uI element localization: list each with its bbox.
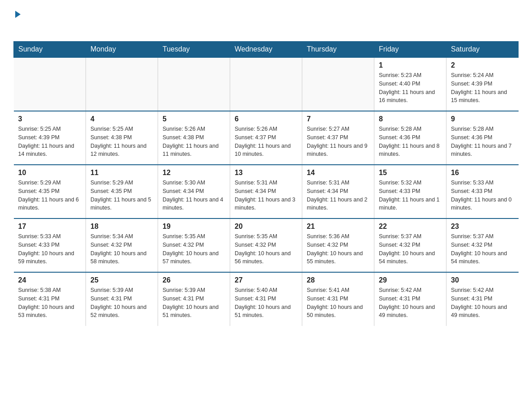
calendar-cell: 26Sunrise: 5:39 AM Sunset: 4:31 PM Dayli…: [158, 272, 230, 326]
calendar-cell: 1Sunrise: 5:23 AM Sunset: 4:40 PM Daylig…: [374, 57, 446, 111]
day-number: 29: [379, 276, 442, 284]
day-number: 2: [451, 61, 514, 69]
day-info: Sunrise: 5:29 AM Sunset: 4:35 PM Dayligh…: [18, 179, 82, 212]
calendar-cell: 4Sunrise: 5:25 AM Sunset: 4:38 PM Daylig…: [86, 111, 158, 165]
calendar-cell: 20Sunrise: 5:35 AM Sunset: 4:32 PM Dayli…: [230, 218, 302, 272]
calendar-week-row: 3Sunrise: 5:25 AM Sunset: 4:39 PM Daylig…: [14, 111, 519, 165]
day-info: Sunrise: 5:39 AM Sunset: 4:31 PM Dayligh…: [163, 286, 225, 320]
day-number: 20: [235, 223, 297, 231]
calendar-cell: 21Sunrise: 5:36 AM Sunset: 4:32 PM Dayli…: [302, 218, 374, 272]
calendar-header-saturday: Saturday: [446, 42, 519, 58]
calendar-header-sunday: Sunday: [14, 42, 86, 58]
day-info: Sunrise: 5:25 AM Sunset: 4:38 PM Dayligh…: [90, 125, 153, 158]
day-number: 9: [451, 115, 514, 123]
calendar-cell: 17Sunrise: 5:33 AM Sunset: 4:33 PM Dayli…: [14, 218, 86, 272]
logo-arrow-icon: [15, 11, 21, 18]
day-info: Sunrise: 5:26 AM Sunset: 4:38 PM Dayligh…: [163, 125, 225, 158]
day-number: 13: [235, 169, 297, 177]
calendar-cell: 12Sunrise: 5:30 AM Sunset: 4:34 PM Dayli…: [158, 165, 230, 218]
calendar-cell: [86, 57, 158, 111]
day-info: Sunrise: 5:24 AM Sunset: 4:39 PM Dayligh…: [451, 71, 514, 105]
day-number: 7: [307, 115, 369, 123]
calendar-week-row: 1Sunrise: 5:23 AM Sunset: 4:40 PM Daylig…: [14, 57, 519, 111]
calendar-week-row: 17Sunrise: 5:33 AM Sunset: 4:33 PM Dayli…: [14, 218, 519, 272]
calendar-cell: 24Sunrise: 5:38 AM Sunset: 4:31 PM Dayli…: [14, 272, 86, 326]
day-info: Sunrise: 5:32 AM Sunset: 4:33 PM Dayligh…: [379, 179, 442, 212]
day-info: Sunrise: 5:29 AM Sunset: 4:35 PM Dayligh…: [90, 179, 153, 212]
day-number: 30: [451, 276, 514, 284]
day-number: 28: [307, 276, 369, 284]
day-info: Sunrise: 5:25 AM Sunset: 4:39 PM Dayligh…: [18, 125, 82, 158]
calendar-cell: 29Sunrise: 5:42 AM Sunset: 4:31 PM Dayli…: [374, 272, 446, 326]
calendar-header-row: SundayMondayTuesdayWednesdayThursdayFrid…: [14, 42, 519, 58]
calendar-header-wednesday: Wednesday: [230, 42, 302, 58]
day-info: Sunrise: 5:23 AM Sunset: 4:40 PM Dayligh…: [379, 71, 442, 105]
day-number: 4: [90, 115, 153, 123]
day-number: 16: [451, 169, 514, 177]
day-info: Sunrise: 5:37 AM Sunset: 4:32 PM Dayligh…: [379, 232, 442, 266]
page-header: [13, 9, 519, 32]
day-number: 11: [90, 169, 153, 177]
day-info: Sunrise: 5:28 AM Sunset: 4:36 PM Dayligh…: [451, 125, 514, 158]
calendar-cell: 6Sunrise: 5:26 AM Sunset: 4:37 PM Daylig…: [230, 111, 302, 165]
day-info: Sunrise: 5:33 AM Sunset: 4:33 PM Dayligh…: [18, 232, 82, 266]
calendar-cell: 9Sunrise: 5:28 AM Sunset: 4:36 PM Daylig…: [446, 111, 519, 165]
day-number: 15: [379, 169, 442, 177]
day-info: Sunrise: 5:38 AM Sunset: 4:31 PM Dayligh…: [18, 286, 82, 320]
day-info: Sunrise: 5:35 AM Sunset: 4:32 PM Dayligh…: [235, 232, 297, 266]
calendar-cell: [302, 57, 374, 111]
calendar-cell: 22Sunrise: 5:37 AM Sunset: 4:32 PM Dayli…: [374, 218, 446, 272]
day-info: Sunrise: 5:31 AM Sunset: 4:34 PM Dayligh…: [235, 179, 297, 212]
day-info: Sunrise: 5:42 AM Sunset: 4:31 PM Dayligh…: [379, 286, 442, 320]
day-info: Sunrise: 5:40 AM Sunset: 4:31 PM Dayligh…: [235, 286, 297, 320]
calendar-header-tuesday: Tuesday: [158, 42, 230, 58]
calendar-cell: 13Sunrise: 5:31 AM Sunset: 4:34 PM Dayli…: [230, 165, 302, 218]
calendar-cell: 3Sunrise: 5:25 AM Sunset: 4:39 PM Daylig…: [14, 111, 86, 165]
calendar-cell: 10Sunrise: 5:29 AM Sunset: 4:35 PM Dayli…: [14, 165, 86, 218]
day-info: Sunrise: 5:27 AM Sunset: 4:37 PM Dayligh…: [307, 125, 369, 158]
day-info: Sunrise: 5:28 AM Sunset: 4:36 PM Dayligh…: [379, 125, 442, 158]
day-info: Sunrise: 5:42 AM Sunset: 4:31 PM Dayligh…: [451, 286, 514, 320]
calendar-cell: 27Sunrise: 5:40 AM Sunset: 4:31 PM Dayli…: [230, 272, 302, 326]
calendar-cell: 14Sunrise: 5:31 AM Sunset: 4:34 PM Dayli…: [302, 165, 374, 218]
day-number: 8: [379, 115, 442, 123]
calendar-week-row: 10Sunrise: 5:29 AM Sunset: 4:35 PM Dayli…: [14, 165, 519, 218]
day-info: Sunrise: 5:34 AM Sunset: 4:32 PM Dayligh…: [90, 232, 153, 266]
calendar-header-thursday: Thursday: [302, 42, 374, 58]
calendar-week-row: 24Sunrise: 5:38 AM Sunset: 4:31 PM Dayli…: [14, 272, 519, 326]
day-number: 25: [90, 276, 153, 284]
calendar-cell: 7Sunrise: 5:27 AM Sunset: 4:37 PM Daylig…: [302, 111, 374, 165]
day-number: 27: [235, 276, 297, 284]
day-info: Sunrise: 5:39 AM Sunset: 4:31 PM Dayligh…: [90, 286, 153, 320]
day-info: Sunrise: 5:41 AM Sunset: 4:31 PM Dayligh…: [307, 286, 369, 320]
calendar-cell: 2Sunrise: 5:24 AM Sunset: 4:39 PM Daylig…: [446, 57, 519, 111]
calendar-cell: 30Sunrise: 5:42 AM Sunset: 4:31 PM Dayli…: [446, 272, 519, 326]
day-number: 6: [235, 115, 297, 123]
day-number: 19: [163, 223, 225, 231]
calendar-cell: 19Sunrise: 5:35 AM Sunset: 4:32 PM Dayli…: [158, 218, 230, 272]
day-info: Sunrise: 5:30 AM Sunset: 4:34 PM Dayligh…: [163, 179, 225, 212]
logo: [13, 9, 21, 32]
day-info: Sunrise: 5:31 AM Sunset: 4:34 PM Dayligh…: [307, 179, 369, 212]
calendar-cell: 16Sunrise: 5:33 AM Sunset: 4:33 PM Dayli…: [446, 165, 519, 218]
day-info: Sunrise: 5:26 AM Sunset: 4:37 PM Dayligh…: [235, 125, 297, 158]
day-info: Sunrise: 5:33 AM Sunset: 4:33 PM Dayligh…: [451, 179, 514, 212]
day-number: 22: [379, 223, 442, 231]
day-number: 24: [18, 276, 82, 284]
calendar-cell: 28Sunrise: 5:41 AM Sunset: 4:31 PM Dayli…: [302, 272, 374, 326]
day-number: 23: [451, 223, 514, 231]
day-number: 26: [163, 276, 225, 284]
calendar-cell: 25Sunrise: 5:39 AM Sunset: 4:31 PM Dayli…: [86, 272, 158, 326]
calendar-cell: [14, 57, 86, 111]
calendar-header-monday: Monday: [86, 42, 158, 58]
calendar-cell: 15Sunrise: 5:32 AM Sunset: 4:33 PM Dayli…: [374, 165, 446, 218]
calendar-cell: [230, 57, 302, 111]
day-info: Sunrise: 5:37 AM Sunset: 4:32 PM Dayligh…: [451, 232, 514, 266]
day-number: 17: [18, 223, 82, 231]
calendar-cell: [158, 57, 230, 111]
calendar-header-friday: Friday: [374, 42, 446, 58]
day-info: Sunrise: 5:35 AM Sunset: 4:32 PM Dayligh…: [163, 232, 225, 266]
day-number: 18: [90, 223, 153, 231]
day-number: 14: [307, 169, 369, 177]
calendar-cell: 18Sunrise: 5:34 AM Sunset: 4:32 PM Dayli…: [86, 218, 158, 272]
